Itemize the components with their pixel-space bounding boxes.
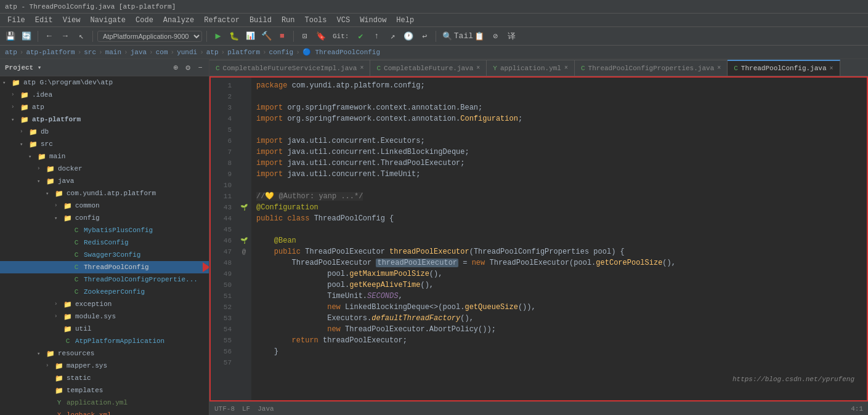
breadcrumb-yundi[interactable]: yundi [177,49,197,56]
cursor-button[interactable]: ↖ [75,30,88,43]
search-button[interactable]: 🔍 [440,30,454,43]
git-revert[interactable]: ↩ [418,30,431,43]
tree-docker[interactable]: › 📁 docker [0,163,209,175]
tree-atp-platform[interactable]: ▾ 📁 atp-platform [0,113,209,126]
sidebar-collapse-btn[interactable]: – [197,62,204,73]
debug-button[interactable]: 🐛 [227,30,241,43]
tree-src[interactable]: ▾ 📁 src [0,138,209,150]
tree-atp-folder[interactable]: › 📁 atp [0,101,209,113]
tree-util[interactable]: 📁 util [0,323,209,335]
code-area[interactable]: package com.yundi.atp.platform.config; i… [251,78,867,400]
tree-threadpool[interactable]: C ThreadPoolConfig [0,261,209,273]
sidebar-settings-btn[interactable]: ⚙ [184,62,192,74]
gutter-line [237,147,251,158]
tab-close[interactable]: × [717,65,721,71]
menu-build[interactable]: Build [245,15,277,26]
tab-close[interactable]: × [564,65,568,71]
tree-swagger[interactable]: C Swagger3Config [0,249,209,261]
tree-label: docker [58,165,83,172]
tree-app-main[interactable]: C AtpPlatformApplication [0,335,209,347]
stop-button[interactable]: ■ [275,30,289,43]
back-button[interactable]: ← [43,30,56,43]
git-history[interactable]: 🕐 [402,30,415,43]
code-line-48: ThreadPoolExecutor threadPoolExecutor = … [256,257,862,268]
tree-threadpool-props[interactable]: C ThreadPoolConfigPropertie... [0,273,209,286]
breadcrumb-atp2[interactable]: atp [206,49,219,56]
no-button[interactable]: ⊘ [489,30,502,43]
tree-app-yml[interactable]: Y application.yml [0,397,209,409]
menu-view[interactable]: View [58,15,86,26]
gutter-spring-icon[interactable]: 🌱 [237,202,251,213]
menu-window[interactable]: Window [355,15,391,26]
run-button[interactable]: ▶ [211,30,225,43]
tab-close[interactable]: × [360,65,363,71]
tab-completable-service[interactable]: C CompletableFutureServiceImpl.java × [209,60,370,76]
breadcrumb-platform2[interactable]: platform [227,49,260,56]
breadcrumb-src[interactable]: src [84,49,96,56]
tree-label: com.yundi.atp.platform [67,190,156,197]
tree-arrow: › [54,313,63,320]
run-config-select[interactable]: AtpPlatformApplication-9000 [97,31,202,42]
build-button[interactable]: 🔨 [259,30,273,43]
tree-com-yundi[interactable]: ▾ 📁 com.yundi.atp.platform [0,187,209,199]
menu-file[interactable]: File [2,15,30,26]
menu-tools[interactable]: Tools [300,15,332,26]
tree-java-folder[interactable]: ▾ 📁 java [0,175,209,187]
menu-analyze[interactable]: Analyze [158,15,199,26]
line-num: 3 [211,102,232,113]
tree-exception[interactable]: › 📁 exception [0,298,209,310]
menu-vcs[interactable]: VCS [332,15,355,26]
tab-completable-future[interactable]: C CompletableFuture.java × [370,60,487,76]
tree-mapper-sys[interactable]: › 📁 mapper.sys [0,360,209,372]
tab-close[interactable]: × [476,65,480,71]
tree-logback[interactable]: X logback.xml [0,409,209,415]
coverage-button[interactable]: 📊 [243,30,257,43]
menu-refactor[interactable]: Refactor [199,15,245,26]
gutter-line [237,102,251,113]
breadcrumb-config[interactable]: config [269,49,294,56]
gutter-bean-icon[interactable]: 🌱 [237,235,251,246]
translate-button[interactable]: 译 [505,30,518,43]
menu-run[interactable]: Run [277,15,300,26]
tab-threadpool-props[interactable]: C ThreadPoolConfigProperties.java × [575,60,728,76]
tree-config[interactable]: ▾ 📁 config [0,212,209,224]
tab-threadpool-config[interactable]: C ThreadPoolConfig.java × [728,60,840,76]
save-button[interactable]: 💾 [4,30,17,43]
breadcrumb-com[interactable]: com [156,49,168,56]
tree-root-atp[interactable]: ▾ 📁 atp G:\program\dev\atp [0,76,209,89]
tail-button[interactable]: Tail [456,30,470,43]
breadcrumb-platform[interactable]: atp-platform [26,49,75,56]
tree-common[interactable]: › 📁 common [0,199,209,212]
tree-module-sys[interactable]: › 📁 module.sys [0,310,209,323]
menu-help[interactable]: Help [391,15,419,26]
tab-close[interactable]: × [829,65,833,72]
tree-main[interactable]: ▾ 📁 main [0,150,209,163]
folder-icon: 📁 [63,299,73,309]
breadcrumb-java[interactable]: java [131,49,147,56]
breadcrumb-atp[interactable]: atp [5,49,17,56]
tab-application-yml[interactable]: Y application.yml × [487,60,575,76]
profile-button[interactable]: ⊡ [298,30,312,43]
tree-idea[interactable]: › 📁 .idea [0,89,209,101]
menu-edit[interactable]: Edit [30,15,58,26]
git-push[interactable]: ↗ [386,30,399,43]
git-check[interactable]: ✔ [354,30,367,43]
tree-redis[interactable]: C RedisConfig [0,236,209,249]
tree-static[interactable]: 📁 static [0,372,209,384]
menu-code[interactable]: Code [131,15,158,26]
inspect-button[interactable]: 📋 [473,30,486,43]
tree-mybatis[interactable]: C MybatisPlusConfig [0,224,209,236]
bookmark-button[interactable]: 🔖 [314,30,328,43]
menu-navigate[interactable]: Navigate [85,15,131,26]
sidebar-add-btn[interactable]: ⊕ [172,62,180,74]
git-update[interactable]: ↑ [370,30,383,43]
folder-icon: 📁 [54,188,64,198]
tree-zookeeper[interactable]: C ZookeeperConfig [0,286,209,298]
line-num: 2 [211,91,232,102]
breadcrumb-main[interactable]: main [105,49,121,56]
tree-resources[interactable]: ▾ 📁 resources [0,347,209,360]
sync-button[interactable]: 🔄 [20,30,33,43]
tree-templates[interactable]: 📁 templates [0,384,209,397]
forward-button[interactable]: → [59,30,72,43]
tree-db[interactable]: › 📁 db [0,126,209,138]
